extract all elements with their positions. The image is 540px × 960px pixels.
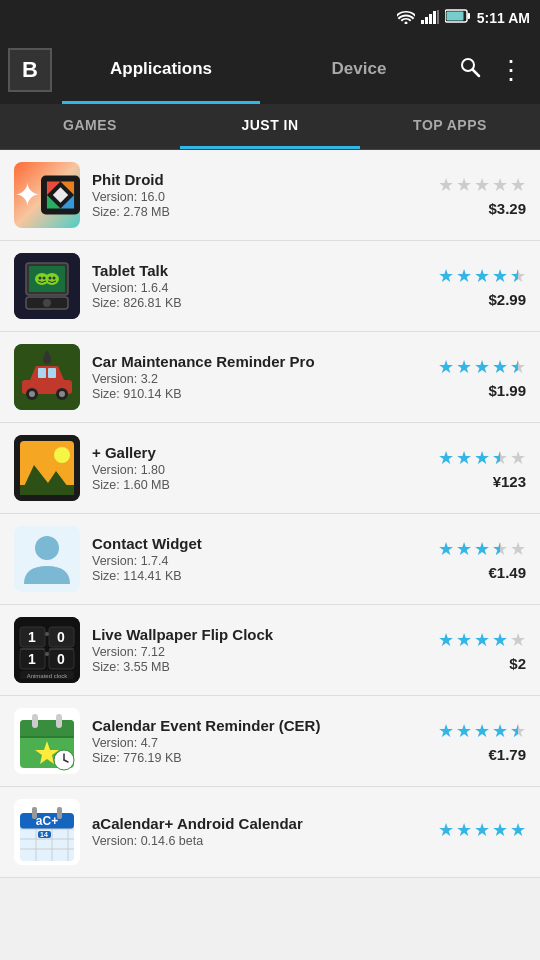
star-4: ★ xyxy=(492,174,508,196)
tab-top-apps[interactable]: TOP APPS xyxy=(360,104,540,149)
app-name: Contact Widget xyxy=(92,535,426,552)
app-info-flip-clock: Live Wallpaper Flip Clock Version: 7.12 … xyxy=(92,626,426,674)
app-name: Calendar Event Reminder (CER) xyxy=(92,717,426,734)
signal-icon xyxy=(421,10,439,27)
star-5: ★ xyxy=(510,538,526,560)
star-rating: ★ ★ ★ ★ ★ xyxy=(438,174,526,196)
app-price: $2.99 xyxy=(488,291,526,308)
svg-rect-6 xyxy=(467,13,470,19)
svg-text:Animated clock: Animated clock xyxy=(27,673,69,679)
app-info-tablet-talk: Tablet Talk Version: 1.6.4 Size: 826.81 … xyxy=(92,262,426,310)
svg-text:14: 14 xyxy=(40,831,48,838)
svg-point-34 xyxy=(29,391,35,397)
star-1: ★ xyxy=(438,629,454,651)
star-2: ★ xyxy=(456,174,472,196)
app-price: $1.99 xyxy=(488,382,526,399)
app-size: Size: 2.78 MB xyxy=(92,205,426,219)
nav-tab-device[interactable]: Device xyxy=(260,36,458,104)
search-button[interactable] xyxy=(458,55,482,85)
list-item[interactable]: Car Maintenance Reminder Pro Version: 3.… xyxy=(0,332,540,423)
svg-rect-3 xyxy=(433,11,436,24)
app-rating-gallery: ★ ★ ★ ★ ★ ★ ¥123 xyxy=(426,447,526,490)
svg-rect-2 xyxy=(429,14,432,24)
svg-point-36 xyxy=(59,391,65,397)
wifi-icon xyxy=(397,10,415,27)
app-size: Size: 114.41 KB xyxy=(92,569,426,583)
list-item[interactable]: Contact Widget Version: 1.7.4 Size: 114.… xyxy=(0,514,540,605)
tab-games[interactable]: GAMES xyxy=(0,104,180,149)
more-button[interactable]: ⋮ xyxy=(498,55,524,86)
app-size: Size: 1.60 MB xyxy=(92,478,426,492)
svg-point-25 xyxy=(49,277,52,280)
list-item[interactable]: Tablet Talk Version: 1.6.4 Size: 826.81 … xyxy=(0,241,540,332)
app-version: Version: 1.7.4 xyxy=(92,554,426,568)
svg-point-57 xyxy=(45,632,49,636)
app-name: + Gallery xyxy=(92,444,426,461)
tab-bar: GAMES JUST IN TOP APPS xyxy=(0,104,540,150)
star-2: ★ xyxy=(456,629,472,651)
star-rating: ★ ★ ★ ★ ★ ★ xyxy=(438,447,526,469)
star-1: ★ xyxy=(438,447,454,469)
status-bar: 5:11 AM xyxy=(0,0,540,36)
star-1: ★ xyxy=(438,538,454,560)
app-info-acalendar: aCalendar+ Android Calendar Version: 0.1… xyxy=(92,815,426,849)
list-item[interactable]: + Gallery Version: 1.80 Size: 1.60 MB ★ … xyxy=(0,423,540,514)
star-2: ★ xyxy=(456,819,472,841)
star-2: ★ xyxy=(456,538,472,560)
status-time: 5:11 AM xyxy=(477,10,530,26)
star-3: ★ xyxy=(474,538,490,560)
svg-rect-32 xyxy=(48,368,56,378)
svg-rect-62 xyxy=(32,714,38,728)
star-3: ★ xyxy=(474,265,490,287)
app-icon-gallery xyxy=(14,435,80,501)
battery-icon xyxy=(445,9,471,27)
list-item[interactable]: Calendar Event Reminder (CER) Version: 4… xyxy=(0,696,540,787)
star-5: ★ xyxy=(510,819,526,841)
list-item[interactable]: 1 0 1 0 Animated clock Live Wallpaper Fl… xyxy=(0,605,540,696)
svg-rect-41 xyxy=(20,485,74,495)
list-item[interactable]: aC+ 14 aCalendar+ Android Calendar Versi… xyxy=(0,787,540,878)
app-icon-contact-widget xyxy=(14,526,80,592)
star-2: ★ xyxy=(456,447,472,469)
list-item[interactable]: Phit Droid Version: 16.0 Size: 2.78 MB ★… xyxy=(0,150,540,241)
svg-rect-64 xyxy=(20,736,74,738)
app-icon-calendar-event-reminder xyxy=(14,708,80,774)
star-1: ★ xyxy=(438,174,454,196)
star-2: ★ xyxy=(456,356,472,378)
star-rating: ★ ★ ★ ★ ★ ★ xyxy=(438,265,526,287)
star-1: ★ xyxy=(438,356,454,378)
app-info-phit-droid: Phit Droid Version: 16.0 Size: 2.78 MB xyxy=(92,171,426,219)
app-icon-flip-clock: 1 0 1 0 Animated clock xyxy=(14,617,80,683)
star-4: ★ xyxy=(492,720,508,742)
app-rating-contact-widget: ★ ★ ★ ★ ★ ★ €1.49 xyxy=(426,538,526,581)
svg-point-24 xyxy=(43,277,46,280)
nav-bar: B Applications Device ⋮ xyxy=(0,36,540,104)
star-5: ★ xyxy=(510,174,526,196)
star-4: ★ xyxy=(492,356,508,378)
star-4: ★ xyxy=(492,819,508,841)
app-price: $2 xyxy=(509,655,526,672)
star-5: ★ ★ xyxy=(510,265,526,287)
app-size: Size: 3.55 MB xyxy=(92,660,426,674)
app-rating-phit-droid: ★ ★ ★ ★ ★ $3.29 xyxy=(426,174,526,217)
svg-text:1: 1 xyxy=(28,629,36,645)
nav-tab-applications[interactable]: Applications xyxy=(62,36,260,104)
svg-rect-0 xyxy=(421,20,424,24)
svg-rect-61 xyxy=(20,720,74,738)
app-version: Version: 4.7 xyxy=(92,736,426,750)
app-rating-car-maintenance: ★ ★ ★ ★ ★ ★ $1.99 xyxy=(426,356,526,399)
svg-point-28 xyxy=(43,299,51,307)
app-rating-tablet-talk: ★ ★ ★ ★ ★ ★ $2.99 xyxy=(426,265,526,308)
star-rating: ★ ★ ★ ★ ★ ★ xyxy=(438,538,526,560)
star-rating: ★ ★ ★ ★ ★ xyxy=(438,819,526,841)
app-size: Size: 826.81 KB xyxy=(92,296,426,310)
app-rating-flip-clock: ★ ★ ★ ★ ★ $2 xyxy=(426,629,526,672)
app-version: Version: 0.14.6 beta xyxy=(92,834,426,848)
app-version: Version: 7.12 xyxy=(92,645,426,659)
svg-point-26 xyxy=(53,277,56,280)
nav-logo: B xyxy=(8,48,52,92)
tab-just-in[interactable]: JUST IN xyxy=(180,104,360,149)
app-name: aCalendar+ Android Calendar xyxy=(92,815,426,832)
app-version: Version: 1.80 xyxy=(92,463,426,477)
star-1: ★ xyxy=(438,819,454,841)
